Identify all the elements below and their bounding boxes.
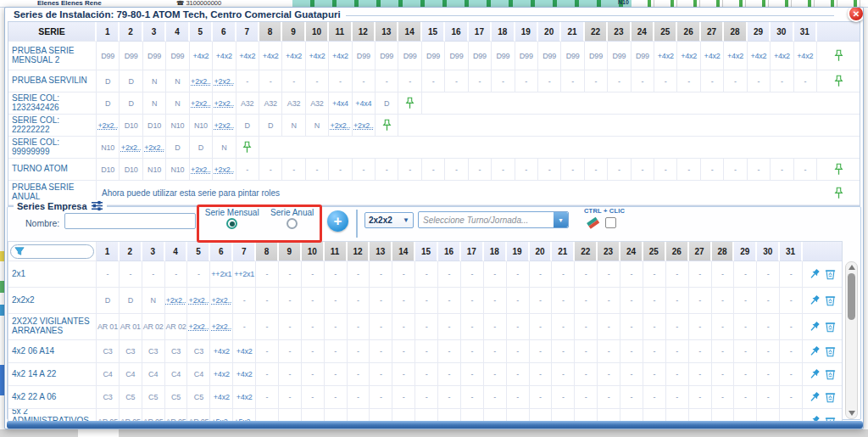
day-cell[interactable]: - [712, 386, 735, 409]
day-cell[interactable]: - [632, 70, 654, 92]
day-cell[interactable]: - [469, 70, 492, 92]
day-cell[interactable]: - [724, 70, 747, 92]
day-cell[interactable]: - [348, 386, 370, 409]
day-cell[interactable]: - [771, 70, 793, 92]
day-cell[interactable]: +4x4 [353, 92, 376, 115]
day-cell[interactable]: - [259, 70, 282, 92]
day-cell[interactable]: D [97, 288, 120, 314]
turno-select[interactable]: Seleccione Turno/Jornada... ▼ [418, 211, 569, 228]
trash-icon[interactable] [824, 320, 837, 333]
day-cell[interactable]: - [256, 288, 279, 314]
day-cell[interactable]: - [712, 261, 735, 288]
day-cell[interactable]: - [507, 314, 530, 340]
day-cell[interactable]: - [445, 70, 468, 92]
green-pin-icon[interactable] [242, 141, 252, 154]
day-cell[interactable]: - [748, 159, 771, 181]
day-cell[interactable]: - [771, 159, 793, 181]
series-row-label[interactable]: SERIE COL: 99999999 [8, 137, 97, 159]
day-cell[interactable]: - [757, 363, 780, 386]
add-series-button[interactable]: + [327, 210, 348, 232]
green-pin-icon[interactable] [834, 49, 843, 62]
day-cell[interactable]: - [643, 363, 666, 386]
day-cell[interactable]: - [530, 261, 553, 288]
day-cell[interactable]: - [376, 159, 398, 181]
day-cell[interactable]: - [598, 340, 620, 363]
day-cell[interactable]: - [353, 159, 376, 181]
day-cell[interactable]: - [734, 288, 757, 314]
day-cell[interactable]: +4x2 [282, 42, 305, 70]
day-cell[interactable]: - [712, 340, 735, 363]
day-cell[interactable]: N10 [166, 115, 189, 137]
day-cell[interactable]: - [415, 340, 438, 363]
day-cell[interactable]: D [97, 92, 120, 115]
day-cell[interactable]: +2x2.. [190, 92, 213, 115]
day-cell[interactable]: D99 [515, 42, 538, 70]
day-cell[interactable]: +2x2.. [213, 159, 236, 181]
day-cell[interactable]: - [598, 314, 620, 340]
day-cell[interactable]: D99 [143, 42, 166, 70]
day-cell[interactable]: - [757, 386, 780, 409]
vertical-scrollbar[interactable] [845, 261, 858, 419]
day-cell[interactable]: D99 [632, 42, 654, 70]
day-cell[interactable]: - [282, 159, 305, 181]
trash-icon[interactable] [824, 267, 837, 281]
day-cell[interactable]: D99 [353, 42, 376, 70]
day-cell[interactable]: D [120, 288, 142, 314]
day-cell[interactable]: - [794, 159, 817, 181]
day-cell[interactable] [376, 115, 398, 137]
dropdown-button[interactable]: ▼ [554, 212, 568, 227]
day-cell[interactable]: - [598, 386, 620, 409]
day-cell[interactable]: - [734, 386, 757, 409]
day-cell[interactable]: C4 [120, 363, 142, 386]
day-cell[interactable]: N [166, 70, 189, 92]
day-cell[interactable]: N10 [190, 115, 213, 137]
day-cell[interactable]: +4x2 [654, 42, 677, 70]
day-cell[interactable]: - [757, 261, 780, 288]
day-cell[interactable]: - [492, 159, 515, 181]
day-cell[interactable]: - [608, 70, 631, 92]
day-cell[interactable]: - [325, 261, 348, 288]
day-cell[interactable]: +4x2 [259, 42, 282, 70]
day-cell[interactable]: - [677, 70, 700, 92]
day-cell[interactable]: - [392, 386, 415, 409]
day-cell[interactable]: +2x2.. [187, 314, 210, 340]
day-cell[interactable]: - [530, 288, 553, 314]
day-cell[interactable]: +4x2 [329, 42, 352, 70]
day-cell[interactable]: - [348, 363, 370, 386]
series-row-label[interactable]: 4x2 06 A14 [8, 340, 97, 363]
day-cell[interactable]: - [620, 288, 643, 314]
day-cell[interactable]: - [353, 70, 376, 92]
day-cell[interactable]: - [392, 261, 415, 288]
series-row-label[interactable]: 2x2x2 [8, 288, 97, 314]
day-cell[interactable]: - [552, 386, 575, 409]
series-row-label[interactable]: 4x2 22 A 06 [8, 386, 97, 409]
day-cell[interactable]: - [530, 363, 553, 386]
day-cell[interactable]: - [689, 386, 712, 409]
day-cell[interactable]: +4x2 [701, 42, 724, 70]
day-cell[interactable]: - [370, 340, 392, 363]
day-cell[interactable]: C5 [187, 386, 210, 409]
day-cell[interactable]: D10 [97, 159, 120, 181]
day-cell[interactable]: - [552, 314, 575, 340]
trash-icon[interactable] [824, 390, 837, 404]
day-cell[interactable]: +4x2 [724, 42, 747, 70]
day-cell[interactable]: D10 [120, 159, 142, 181]
day-cell[interactable]: - [492, 70, 515, 92]
day-cell[interactable]: - [376, 70, 398, 92]
day-cell[interactable]: - [689, 288, 712, 314]
blue-pin-icon[interactable] [808, 321, 821, 333]
day-cell[interactable]: - [598, 363, 620, 386]
day-cell[interactable]: - [392, 314, 415, 340]
day-cell[interactable]: - [256, 261, 279, 288]
day-cell[interactable]: - [620, 363, 643, 386]
day-cell[interactable]: +2x2.. [213, 70, 236, 92]
green-pin-icon[interactable] [834, 187, 843, 199]
day-cell[interactable]: - [598, 261, 620, 288]
day-cell[interactable]: - [461, 386, 484, 409]
day-cell[interactable]: - [422, 70, 445, 92]
day-cell[interactable]: - [552, 340, 575, 363]
day-cell[interactable]: N10 [166, 159, 189, 181]
day-cell[interactable]: +4x2 [210, 363, 233, 386]
day-cell[interactable]: +4x2 [748, 42, 771, 70]
day-cell[interactable]: AR 01 [97, 314, 120, 340]
